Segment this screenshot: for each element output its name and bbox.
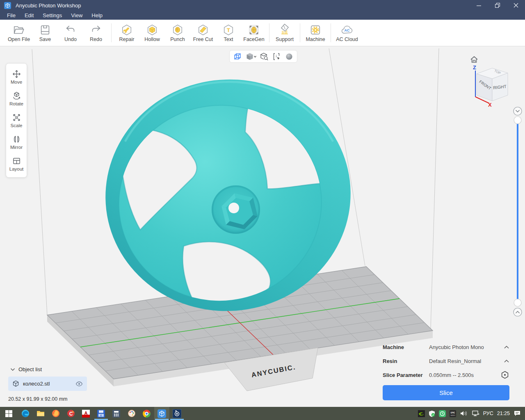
zoom-model-icon[interactable] <box>260 52 269 61</box>
edge-icon <box>21 409 30 418</box>
action-center-icon[interactable] <box>514 410 521 417</box>
close-icon[interactable] <box>507 0 525 11</box>
taskbar-screen-capture[interactable] <box>169 407 185 420</box>
chrome-icon <box>143 410 151 418</box>
restore-button[interactable] <box>488 0 507 11</box>
visibility-eye-icon[interactable] <box>75 381 83 386</box>
menu-help[interactable]: Help <box>87 12 107 18</box>
windows-taskbar: C A E EPICGAMES РУС <box>0 407 525 420</box>
toolbar-separator <box>300 23 300 42</box>
print-settings-panel: Machine Anycubic Photon Mono Resin Defau… <box>383 340 509 400</box>
object-list-header[interactable]: Object list <box>10 366 87 372</box>
repair-wrench-hexagon-icon <box>121 24 133 36</box>
machine-gear-icon <box>309 24 322 36</box>
file-explorer-icon <box>37 409 45 418</box>
toolbar-separator <box>331 23 331 42</box>
menu-view[interactable]: View <box>66 12 87 18</box>
machine-button[interactable]: Machine <box>303 21 328 45</box>
save-button[interactable]: Save <box>32 21 58 45</box>
facegen-button[interactable]: FaceGen <box>241 21 267 45</box>
nvidia-tray-icon[interactable] <box>418 410 425 417</box>
machine-row: Machine Anycubic Photon Mono <box>383 340 509 354</box>
hollow-hexagon-icon <box>146 24 158 36</box>
object-list: Object list колесо2.stl 20.52 x 91.99 x … <box>8 366 87 402</box>
chevron-down-icon <box>10 368 15 371</box>
window-title: Anycubic Photon Workshop <box>16 2 81 9</box>
app-window: Anycubic Photon Workshop File Edit Setti… <box>0 0 525 420</box>
z-clip-slider[interactable] <box>511 105 524 319</box>
app-logo-icon <box>4 2 11 9</box>
svg-text:AC: AC <box>345 28 350 32</box>
taskbar-calculator[interactable] <box>109 407 124 420</box>
taskbar-paint[interactable] <box>124 407 139 420</box>
machine-value[interactable]: Anycubic Photon Mono <box>429 344 500 350</box>
menu-file[interactable]: File <box>2 12 20 18</box>
menu-settings[interactable]: Settings <box>38 12 66 18</box>
rotate-icon <box>12 91 21 100</box>
speaker-tray-icon[interactable] <box>460 410 468 417</box>
chevron-up-icon[interactable] <box>500 359 509 363</box>
svg-text:A: A <box>84 411 88 415</box>
mirror-tool[interactable]: Mirror <box>6 131 27 153</box>
taskbar-disk-tool[interactable]: E <box>94 407 109 420</box>
redo-button[interactable]: Redo <box>83 21 109 45</box>
floppy-disk-icon: E <box>97 410 105 418</box>
svg-text:i: i <box>276 54 277 58</box>
undo-button[interactable]: Undo <box>58 21 83 45</box>
slice-button[interactable]: Slice <box>383 385 509 400</box>
ac-cloud-button[interactable]: AC AC Cloud <box>333 21 361 45</box>
taskbar-ccleaner[interactable]: C <box>63 407 78 420</box>
navigation-cube[interactable]: Z X TOP FRONT RIGHT <box>468 52 513 107</box>
view-cube: TOP FRONT RIGHT <box>477 68 508 101</box>
minimize-button[interactable] <box>470 0 488 11</box>
viewport: ANYCUBIC. <box>0 46 525 407</box>
taskbar-chrome[interactable] <box>139 407 154 420</box>
ccleaner-icon: C <box>67 409 75 418</box>
taskbar-firefox[interactable] <box>48 407 63 420</box>
hollow-button[interactable]: Hollow <box>139 21 165 45</box>
chevron-up-icon[interactable] <box>500 345 509 349</box>
move-tool[interactable]: Move <box>6 66 27 88</box>
scale-tool[interactable]: Scale <box>6 110 27 131</box>
svg-text:E: E <box>100 414 102 416</box>
clock-app-tray-icon[interactable] <box>439 410 446 417</box>
repair-button[interactable]: Repair <box>114 21 139 45</box>
support-icon <box>278 24 291 36</box>
clock[interactable]: 21:25 <box>497 411 510 416</box>
save-icon <box>39 24 51 36</box>
punch-button[interactable]: Punch <box>165 21 190 45</box>
start-button[interactable] <box>0 407 18 420</box>
taskbar-text-editor[interactable]: A <box>78 407 94 420</box>
menu-edit[interactable]: Edit <box>20 12 38 18</box>
layout-tool[interactable]: Layout <box>6 153 27 175</box>
scale-icon <box>12 113 21 122</box>
object-list-item[interactable]: колесо2.stl <box>8 377 87 391</box>
perspective-cube-icon[interactable] <box>233 52 242 61</box>
rotate-tool[interactable]: Rotate <box>6 88 27 110</box>
undo-icon <box>64 24 77 36</box>
taskbar-edge[interactable] <box>18 407 33 420</box>
text-button[interactable]: T Text <box>216 21 241 45</box>
epic-games-tray-icon[interactable]: EPICGAMES <box>450 410 456 417</box>
taskbar-file-explorer[interactable] <box>33 407 48 420</box>
support-button[interactable]: Support <box>272 21 297 45</box>
view-mode-toolbar: i <box>229 50 297 63</box>
sphere-view-icon[interactable] <box>285 52 294 61</box>
model-cube-icon <box>12 380 19 387</box>
open-file-button[interactable]: Open File <box>5 21 32 45</box>
home-icon <box>471 57 477 62</box>
axis-x-label: X <box>488 102 492 107</box>
taskbar-anycubic-photon-workshop[interactable] <box>154 407 169 420</box>
defender-tray-icon[interactable] <box>429 410 435 417</box>
free-cut-button[interactable]: Free Cut <box>190 21 216 45</box>
shaded-cube-dropdown-icon[interactable] <box>246 52 256 61</box>
network-tray-icon[interactable] <box>472 410 479 417</box>
slice-parameter-edit-icon[interactable] <box>500 370 509 379</box>
language-indicator[interactable]: РУС <box>483 411 493 416</box>
camera-app-icon <box>173 409 181 418</box>
toolbar-separator <box>269 23 269 42</box>
facegen-icon <box>248 24 260 36</box>
model-info-select-icon[interactable]: i <box>272 52 281 61</box>
resin-value[interactable]: Default Resin_Normal <box>429 358 500 364</box>
title-bar: Anycubic Photon Workshop <box>0 0 525 11</box>
